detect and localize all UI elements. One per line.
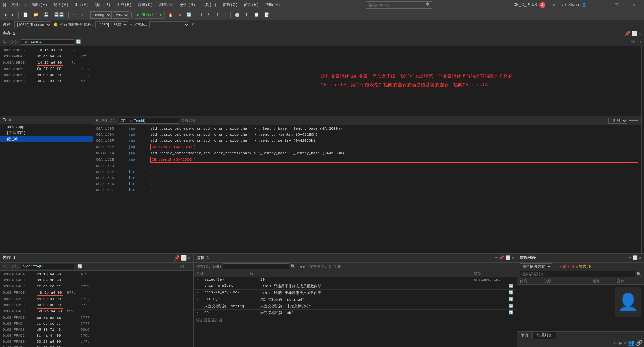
menu-extensions[interactable]: 扩展(X) xyxy=(220,0,241,10)
next-statement-button[interactable]: → xyxy=(222,12,228,18)
mem2-row-1: 0x00A49B4C 8c aa a4 00 ???. xyxy=(0,53,315,59)
zoom-slider[interactable]: ━━━━ xyxy=(629,118,638,123)
error-count-label: 错误 0 xyxy=(563,264,574,269)
new-project-button[interactable]: 📄 xyxy=(21,12,30,18)
open-button[interactable]: 📁 xyxy=(31,12,40,18)
undo-button[interactable]: ↩ xyxy=(71,12,77,18)
settings-icon[interactable]: ⚙ xyxy=(96,118,98,123)
error-panel-close-icon[interactable]: ✕ xyxy=(639,255,641,261)
watch1-float-icon[interactable]: ⬜ xyxy=(505,255,510,261)
menu-build[interactable]: 生成(B) xyxy=(114,0,134,10)
notification-badge[interactable]: 1 xyxy=(539,2,545,8)
watch-refresh-5[interactable]: 🔄 xyxy=(509,310,514,315)
redo-button[interactable]: ↪ xyxy=(79,12,85,18)
watch1-depth-settings-icon[interactable]: ⚙ xyxy=(334,264,336,269)
forward-button[interactable]: ▶ xyxy=(10,12,16,18)
maximize-button[interactable]: □ xyxy=(609,0,624,10)
close-button[interactable]: ✕ xyxy=(626,0,641,10)
disasm-scrollbar[interactable] xyxy=(641,116,644,253)
memory1-close-icon[interactable]: ✕ xyxy=(188,255,191,261)
toolbar-icon-2[interactable]: ▶ xyxy=(619,340,622,346)
menu-view[interactable]: 视图(V) xyxy=(51,0,71,10)
zoom-select[interactable]: 121% xyxy=(608,118,627,124)
stop-button[interactable]: ■ xyxy=(176,12,183,18)
stack-select[interactable]: main xyxy=(149,21,189,28)
menu-git[interactable]: Git(G) xyxy=(72,0,92,10)
watch1-collapse-icon[interactable]: ─ xyxy=(495,255,498,261)
disasm-addr-input[interactable] xyxy=(119,118,179,124)
watch1-search-input[interactable] xyxy=(223,263,289,269)
toolbar-icon-5[interactable]: 🔗 xyxy=(636,340,643,346)
continue-button[interactable]: ▶ 继续(C) ▼ xyxy=(134,11,165,19)
watch1-pin-icon[interactable]: 📌 xyxy=(499,255,504,261)
live-share-button[interactable]: ↗ Live Share 👤 xyxy=(550,2,589,8)
debug-mode-select[interactable]: Debug xyxy=(90,11,112,19)
memory2-float-icon[interactable]: ⬜ xyxy=(632,31,637,36)
watch-add-row[interactable]: 添加要监视的项 xyxy=(194,316,517,324)
watch1-prev-icon[interactable]: ◀ xyxy=(300,264,302,269)
memory2-refresh-icon[interactable]: 🔄 xyxy=(76,39,81,44)
toolbar-icon-1[interactable]: ⚙ xyxy=(614,340,618,346)
error-panel-pin-icon[interactable]: ─ xyxy=(629,255,631,261)
watch-refresh-2[interactable]: 🔄 xyxy=(509,290,514,295)
step-over-button[interactable]: ⤵ xyxy=(198,12,204,18)
watch1-next-icon[interactable]: ▶ xyxy=(303,264,305,269)
minimize-button[interactable]: ─ xyxy=(591,0,607,10)
watch-refresh-4[interactable]: 🔄 xyxy=(509,304,514,309)
memory1-panel: 内存 1 📌 ⬜ ✕ 地址(A): 🔄 列: 4 0x004FFAB4 23 1… xyxy=(0,254,194,347)
memory1-float-icon[interactable]: ⬜ xyxy=(181,255,187,261)
step-out-button[interactable]: ⤴ xyxy=(214,12,220,18)
memory1-refresh-icon[interactable]: 🔄 xyxy=(77,264,82,269)
memory1-pin-icon[interactable]: 📌 xyxy=(174,255,180,261)
memory2-pin-icon[interactable]: 📌 xyxy=(625,31,630,36)
step-into-button[interactable]: ⤷ xyxy=(206,12,213,18)
tree-item-toolwindow[interactable]: [工具窗口] xyxy=(0,130,93,136)
error-panel-float-icon[interactable]: ⬜ xyxy=(633,255,638,261)
output-tab[interactable]: 输出 xyxy=(517,332,533,339)
watch1-grid-icon[interactable]: ▦ xyxy=(338,264,340,269)
tree-item-disasm[interactable]: 反汇编 xyxy=(0,136,93,142)
watch-row-1: ✕ this->m_nIdex "this"只能用于非静态成员函数内部 🔄 xyxy=(194,283,517,290)
process-select[interactable]: [10640] Test.exe xyxy=(14,21,51,28)
tree-item-maincpp[interactable]: main.cpp xyxy=(0,124,93,130)
stack-expand-icon[interactable]: ▼ xyxy=(191,22,194,27)
menu-test[interactable]: 测试(S) xyxy=(156,0,177,10)
menu-window[interactable]: 窗口(W) xyxy=(241,0,262,10)
global-search-input[interactable] xyxy=(366,1,432,9)
arch-select[interactable]: x86 xyxy=(113,11,129,19)
menu-edit[interactable]: 编辑(E) xyxy=(29,0,50,10)
toolbar-icon-3[interactable]: ✓ xyxy=(623,340,627,346)
disasm-button[interactable]: 📝 xyxy=(262,12,271,18)
menu-analyze[interactable]: 分析(N) xyxy=(177,0,198,10)
watch1-close-icon[interactable]: ✕ xyxy=(512,255,514,261)
watch-refresh-1[interactable]: 🔄 xyxy=(509,284,514,289)
thread-select[interactable]: [4032] 主线程 xyxy=(95,21,128,28)
watch-refresh-3[interactable]: 🔄 xyxy=(509,297,514,302)
memory-button[interactable]: 📋 xyxy=(252,12,261,18)
watch-button[interactable]: 👁 xyxy=(243,12,251,18)
menu-tools[interactable]: 工具(T) xyxy=(199,0,219,10)
watch1-search-icon[interactable]: 🔍 xyxy=(291,264,296,269)
menu-file[interactable]: 文件(F) xyxy=(8,0,29,10)
memory1-addr-input[interactable] xyxy=(21,264,74,269)
breakpoints-button[interactable]: ⬤ xyxy=(233,12,241,18)
toolbar-icon-4[interactable]: 👥 xyxy=(628,340,635,346)
error-scope-select[interactable]: 整个解决方案 xyxy=(520,263,552,269)
restart-button[interactable]: 🔄 xyxy=(184,12,193,18)
menu-project[interactable]: 项目(P) xyxy=(92,0,113,10)
back-button[interactable]: ◀ xyxy=(2,12,8,18)
save-button[interactable]: 💾 xyxy=(42,12,51,18)
debug-bar: 进程: [10640] Test.exe 🔔 生命周期事件 线程: [4032]… xyxy=(0,20,644,29)
error-list-tab[interactable]: 错误列表 xyxy=(533,332,556,339)
fire-button[interactable]: 🔥 xyxy=(166,12,175,18)
annotation-area: 通过虚表指针找到虚表，然后反汇编，我们可以发现第一个虚表指针指向的虚表的确是子类… xyxy=(315,46,642,116)
solution-title: Test xyxy=(3,118,12,123)
memory2-close-icon[interactable]: ✕ xyxy=(639,31,641,36)
memory2-scrollbar[interactable] xyxy=(641,46,644,116)
menu-help[interactable]: 帮助(H) xyxy=(262,0,283,10)
menu-debug[interactable]: 调试(D) xyxy=(135,0,156,10)
error-search-input[interactable] xyxy=(520,271,635,277)
memory2-addr-input[interactable] xyxy=(21,39,74,45)
error-search-icon[interactable]: 🔍 xyxy=(636,272,641,277)
save-all-button[interactable]: 💾💾 xyxy=(52,12,66,18)
